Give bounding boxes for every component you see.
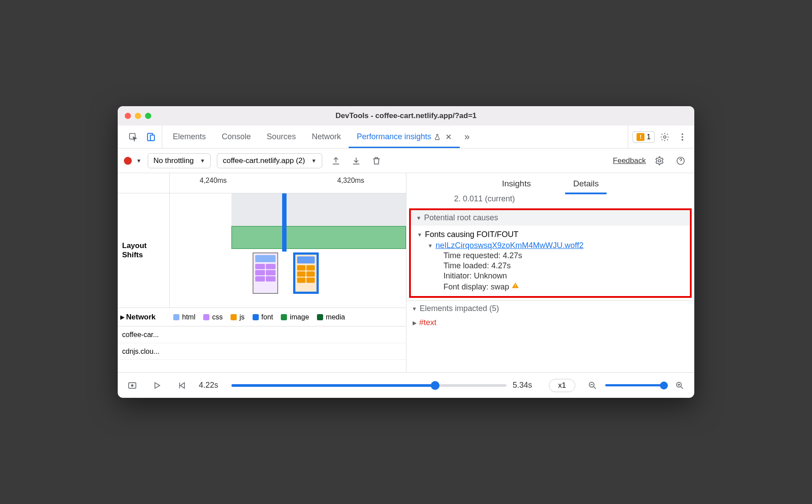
tab-console[interactable]: Console [214,126,259,148]
page-select[interactable]: coffee-cart.netlify.app (2) ▼ [217,153,322,168]
warning-icon: ! [637,133,644,141]
root-causes-header[interactable]: ▼ Potential root causes [411,210,690,226]
element-node[interactable]: ▶ #text [413,318,688,327]
layout-shift-thumb[interactable] [253,252,278,294]
tick-label: 4,320ms [337,177,364,185]
row-label: Layout Shifts [118,193,170,308]
chevron-right-icon: ▶ [413,320,417,326]
tab-performance-insights[interactable]: Performance insights ✕ [349,126,460,148]
network-legend: html css js font image media [170,313,406,321]
row-label[interactable]: ▶ Network [118,313,170,322]
svg-point-6 [682,139,683,141]
feedback-link[interactable]: Feedback [613,156,646,165]
initiator-row: Initiator: Unknown [417,271,684,281]
timeline-ruler: 4,240ms 4,320ms [118,173,406,193]
legend-item-html: html [173,313,195,321]
elements-impacted-header[interactable]: ▼ Elements impacted (5) [406,300,694,316]
scrub-fill [231,384,435,387]
network-items: coffee-car... cdnjs.clou... [118,326,406,360]
flask-icon [434,133,441,141]
tick-label: 4,240ms [200,177,227,185]
svg-rect-10 [515,287,516,288]
devtools-window: DevTools - coffee-cart.netlify.app/?ad=1… [118,106,694,398]
root-causes-tree: ▼ Fonts causing FOIT/FOUT ▼ neILzCirqosw… [411,226,690,296]
zoom-out-button[interactable] [585,378,600,393]
device-toolbar-button[interactable] [143,130,158,145]
tab-insights[interactable]: Insights [494,173,539,194]
chevron-down-icon: ▼ [416,215,421,221]
svg-point-7 [658,159,661,162]
root-causes-highlight: ▼ Potential root causes ▼ Fonts causing … [409,208,692,298]
more-options-button[interactable] [675,130,690,145]
timeline-scrubber[interactable]: 4.22s 5.34s [199,381,539,390]
svg-rect-9 [515,285,516,286]
svg-point-3 [663,136,666,138]
svg-point-5 [682,136,683,138]
warning-icon [511,282,520,289]
tab-sources[interactable]: Sources [259,126,304,148]
chevron-down-icon: ▼ [311,158,317,164]
svg-point-4 [682,133,683,135]
legend-item-media: media [317,313,345,321]
layout-shifts-body[interactable] [170,193,406,308]
font-file-link[interactable]: neILzCirqoswsqX9zoKmM4MwWJU.woff2 [436,241,584,250]
main-content: 4,240ms 4,320ms Layout Shifts [118,173,694,372]
tab-details[interactable]: Details [565,173,607,194]
minimize-window-button[interactable] [135,113,141,119]
scrub-track[interactable] [231,384,507,387]
panel-settings-button[interactable] [652,153,667,168]
zoom-in-button[interactable] [672,378,687,393]
rewind-button[interactable] [174,378,189,393]
chevron-down-icon: ▼ [136,158,142,164]
legend-item-image: image [281,313,309,321]
legend-item-js: js [231,313,245,321]
playback-speed[interactable]: x1 [549,379,575,392]
network-item[interactable]: coffee-car... [118,326,406,343]
select-value: No throttling [153,156,194,165]
inspect-element-button[interactable] [126,130,141,145]
zoom-control [585,378,687,393]
time-loaded-row: Time loaded: 4.27s [417,260,684,271]
tab-label: Network [312,132,341,141]
legend-item-css: css [203,313,223,321]
close-window-button[interactable] [125,113,131,119]
more-tabs-button[interactable]: » [460,126,474,148]
delete-button[interactable] [369,153,384,168]
window-title: DevTools - coffee-cart.netlify.app/?ad=1 [335,111,477,120]
chevron-down-icon: ▼ [200,158,205,164]
network-item[interactable]: cdnjs.clou... [118,343,406,360]
tab-elements[interactable]: Elements [165,126,214,148]
ls-region [231,193,406,226]
tab-network[interactable]: Network [304,126,349,148]
scrub-thumb[interactable] [431,381,440,390]
maximize-window-button[interactable] [145,113,151,119]
play-button[interactable] [149,378,164,393]
upload-button[interactable] [328,153,343,168]
layout-shift-thumb-selected[interactable] [293,252,319,294]
tab-label: Console [222,132,251,141]
record-button[interactable]: ▼ [124,157,142,165]
panel-tabs: Elements Console Sources Network Perform… [165,126,628,148]
badge-count: 1 [647,133,651,141]
legend-item-font: font [253,313,273,321]
screenshot-toggle-button[interactable] [125,378,140,393]
help-button[interactable] [673,153,688,168]
settings-gear-button[interactable] [657,130,672,145]
console-issues-badge[interactable]: ! 1 [633,131,655,143]
zoom-slider[interactable] [605,384,667,386]
fonts-foit-fout-node[interactable]: ▼ Fonts causing FOIT/FOUT [417,229,684,240]
font-display-row: Font display: swap [417,281,684,292]
details-pane: Insights Details 2. 0.011 (current) ▼ Po… [406,173,694,372]
title-bar: DevTools - coffee-cart.netlify.app/?ad=1 [118,106,694,126]
svg-point-12 [131,385,133,386]
network-row: ▶ Network html css js font image media [118,308,406,326]
record-icon [124,157,132,165]
download-button[interactable] [349,153,364,168]
playback-bar: 4.22s 5.34s x1 [118,372,694,398]
ls-region [231,226,406,249]
font-file-node[interactable]: ▼ neILzCirqoswsqX9zoKmM4MwWJU.woff2 [417,240,684,250]
layout-shifts-row: Layout Shifts [118,193,406,308]
close-tab-button[interactable]: ✕ [445,132,452,142]
traffic-lights [125,113,151,119]
throttling-select[interactable]: No throttling ▼ [148,153,211,168]
